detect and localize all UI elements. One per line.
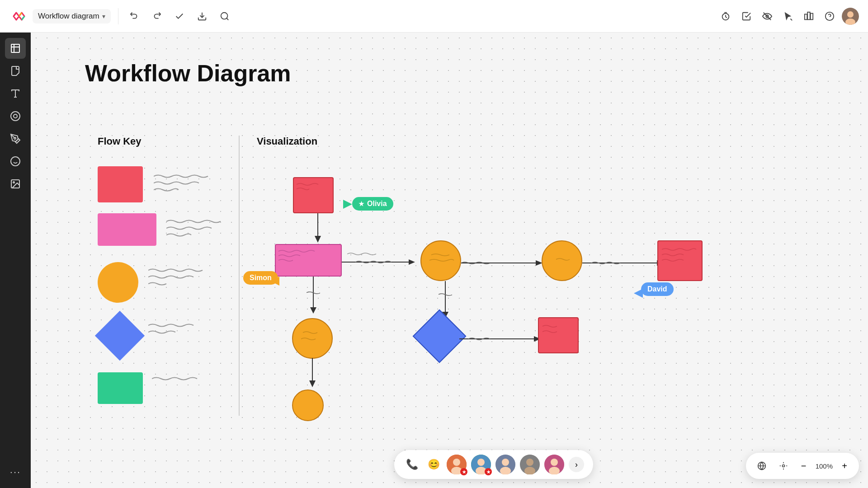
undo-button[interactable] (126, 8, 143, 25)
svg-line-3 (226, 18, 228, 20)
toolbar-divider (118, 8, 118, 24)
svg-point-51 (477, 459, 485, 466)
avatar-1-badge: ★ (460, 468, 467, 475)
search-button[interactable] (216, 8, 233, 25)
svg-marker-31 (409, 259, 415, 265)
svg-point-60 (551, 459, 558, 466)
viz-node-1-red[interactable] (293, 177, 334, 213)
toolbar-right (717, 8, 859, 25)
arrow-right-4 (459, 334, 550, 343)
svg-marker-37 (310, 307, 316, 314)
svg-point-2 (221, 12, 227, 19)
svg-point-62 (782, 465, 784, 467)
svg-point-48 (453, 459, 460, 466)
sidebar-item-text[interactable] (5, 83, 26, 104)
sidebar: ··· (0, 33, 31, 488)
canvas: Workflow Diagram Flow Key Visualization (31, 33, 868, 488)
arrow-right-1 (342, 258, 423, 267)
flow-key-red-squiggle (154, 172, 226, 194)
bottom-bar: 📞 😊 ★ ★ › (394, 450, 593, 479)
flow-key-circle-squiggle (148, 266, 221, 288)
flow-key-orange-circle (98, 262, 138, 303)
flow-key-pink-rect (98, 213, 156, 246)
svg-point-27 (13, 182, 14, 183)
viz-node-6-circle-bottom[interactable] (292, 318, 333, 359)
sidebar-item-sticky[interactable] (5, 61, 26, 81)
toolbar: Workflow diagram ▾ (0, 0, 868, 33)
sidebar-item-image[interactable] (5, 174, 26, 194)
location-button[interactable] (775, 457, 792, 474)
flow-key-diamond-squiggle (148, 321, 221, 339)
arrow-down-4 (306, 358, 319, 389)
avatar-4[interactable] (520, 455, 540, 474)
olivia-name: Olivia (367, 200, 387, 208)
sidebar-item-stickers[interactable] (5, 151, 26, 172)
svg-point-14 (847, 11, 854, 18)
diagram-title: Workflow diagram (38, 12, 99, 21)
viz-node-8-red-bottom[interactable] (538, 317, 579, 353)
avatar-2-badge: ★ (485, 468, 492, 475)
page-title: Workflow Diagram (85, 60, 291, 87)
viz-node-9-bottom-circle[interactable] (292, 389, 324, 421)
timer-button[interactable] (717, 8, 734, 25)
visualization-heading: Visualization (257, 136, 317, 147)
download-button[interactable] (193, 8, 211, 25)
sidebar-item-frames[interactable] (5, 38, 26, 59)
avatar-2[interactable]: ★ (471, 455, 491, 474)
svg-marker-44 (343, 200, 352, 209)
svg-marker-29 (315, 236, 321, 243)
phone-button[interactable]: 📞 (403, 456, 420, 473)
bottom-right-controls: − 100% + (746, 453, 859, 479)
view-button[interactable] (759, 8, 776, 25)
sidebar-item-more[interactable]: ··· (5, 462, 26, 483)
zoom-out-button[interactable]: − (797, 459, 811, 473)
svg-point-22 (11, 112, 20, 121)
svg-rect-8 (805, 14, 807, 19)
svg-rect-10 (811, 13, 813, 19)
user-avatar[interactable] (842, 8, 859, 25)
flow-key-red-rect (98, 166, 143, 202)
viz-node-7-diamond[interactable] (413, 310, 467, 363)
flow-key-pink-squiggle (166, 217, 239, 239)
redo-button[interactable] (148, 8, 165, 25)
flow-key-heading: Flow Key (98, 136, 142, 147)
arrow-down-1 (311, 213, 325, 245)
avatar-3[interactable] (495, 455, 515, 474)
chevron-down-icon: ▾ (102, 13, 105, 20)
arrow-label-1 (347, 250, 392, 257)
simon-cursor-label: Simon (243, 271, 278, 285)
sidebar-item-pen[interactable] (5, 128, 26, 149)
avatar-5[interactable] (544, 455, 564, 474)
flow-key-green-rect (98, 372, 143, 404)
app-logo[interactable] (9, 7, 27, 25)
flow-key-green-squiggle (152, 374, 224, 397)
svg-point-21 (14, 114, 17, 118)
avatar-1[interactable]: ★ (447, 455, 467, 474)
show-more-button[interactable]: › (569, 457, 584, 472)
arrow-down-2 (307, 277, 320, 317)
olivia-cursor-label: ★ Olivia (352, 197, 393, 211)
save-button[interactable] (171, 8, 188, 25)
help-button[interactable] (821, 8, 838, 25)
arrow-right-2 (461, 258, 552, 267)
viz-node-2-pink[interactable] (275, 244, 342, 277)
viz-node-5-red-right[interactable] (657, 240, 703, 281)
svg-rect-16 (11, 44, 19, 52)
grid-button[interactable] (753, 457, 770, 474)
svg-rect-9 (807, 12, 810, 19)
zoom-level: 100% (816, 462, 833, 470)
svg-point-54 (502, 459, 509, 466)
check-button[interactable] (738, 8, 755, 25)
viz-node-3-circle1[interactable] (420, 240, 461, 281)
zoom-in-button[interactable]: + (837, 459, 852, 473)
emoji-button[interactable]: 😊 (425, 456, 442, 473)
title-group[interactable]: Workflow diagram ▾ (33, 9, 111, 23)
section-divider (239, 136, 240, 416)
svg-point-57 (526, 459, 533, 466)
flow-key-blue-diamond (95, 311, 145, 361)
svg-line-7 (791, 19, 793, 20)
viz-node-4-circle2[interactable] (542, 240, 582, 281)
cursor-button[interactable] (779, 8, 797, 25)
sidebar-item-shapes[interactable] (5, 106, 26, 127)
apps-button[interactable] (800, 8, 817, 25)
